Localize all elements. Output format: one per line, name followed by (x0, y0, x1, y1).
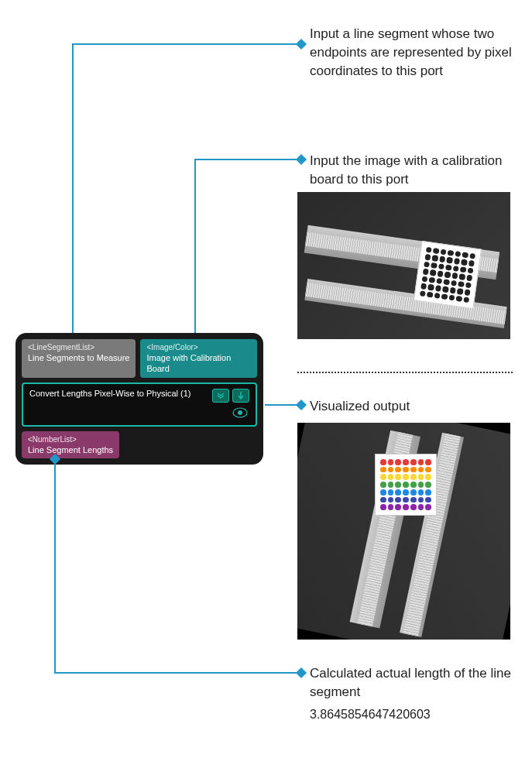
callout-text: Input the image with a calibration board… (310, 153, 503, 187)
port-type-label: <NumberList> (28, 434, 113, 444)
diamond-marker-icon (296, 154, 307, 165)
connector-line (72, 43, 74, 336)
callout-text: Calculated actual length of the line seg… (310, 666, 511, 699)
input-image-preview (297, 192, 510, 339)
connector-line (54, 458, 56, 672)
port-name-label: Line Segment Lengths (28, 444, 113, 455)
node-body[interactable]: Convert Lengths Pixel-Wise to Physical (… (22, 382, 257, 427)
callout-image-input: Input the image with a calibration board… (310, 152, 527, 189)
node-title: Convert Lengths Pixel-Wise to Physical (… (29, 389, 190, 398)
port-type-label: <LineSegmentList> (28, 342, 129, 352)
output-image-preview (297, 423, 510, 640)
port-name-label: Image with Calibration Board (146, 352, 251, 375)
visualize-toggle[interactable] (232, 407, 248, 420)
input-port-image[interactable]: <Image/Color> Image with Calibration Boa… (140, 339, 257, 378)
run-button[interactable] (232, 389, 249, 403)
connector-line (54, 672, 300, 674)
section-divider (297, 372, 513, 373)
calibration-board-icon (414, 241, 482, 309)
eye-icon (232, 407, 248, 418)
calibration-board-colored-icon (375, 454, 437, 516)
port-type-label: <Image/Color> (146, 342, 251, 352)
svg-point-1 (238, 410, 242, 415)
callout-text: Input a line segment whose two endpoints… (310, 26, 512, 78)
output-length-value: 3.8645854647420603 (310, 708, 431, 722)
port-name-label: Line Segments to Measure (28, 352, 129, 363)
input-port-line-segments[interactable]: <LineSegmentList> Line Segments to Measu… (22, 339, 136, 378)
node-convert-lengths[interactable]: <LineSegmentList> Line Segments to Measu… (15, 333, 263, 465)
output-port-lengths[interactable]: <NumberList> Line Segment Lengths (22, 431, 119, 458)
arrow-down-icon (237, 391, 245, 400)
callout-visualized-output: Visualized output (310, 397, 410, 416)
connector-line (72, 43, 300, 45)
connector-line (194, 159, 196, 335)
diamond-marker-icon (296, 39, 307, 50)
diamond-marker-icon (296, 667, 307, 678)
connector-line (194, 159, 300, 160)
diamond-marker-icon (296, 400, 307, 410)
callout-text: Visualized output (310, 399, 410, 413)
callout-length-output: Calculated actual length of the line seg… (310, 664, 515, 701)
callout-line-segment-input: Input a line segment whose two endpoints… (310, 25, 515, 80)
chevron-down-double-icon (216, 391, 225, 400)
expand-button[interactable] (212, 389, 229, 403)
